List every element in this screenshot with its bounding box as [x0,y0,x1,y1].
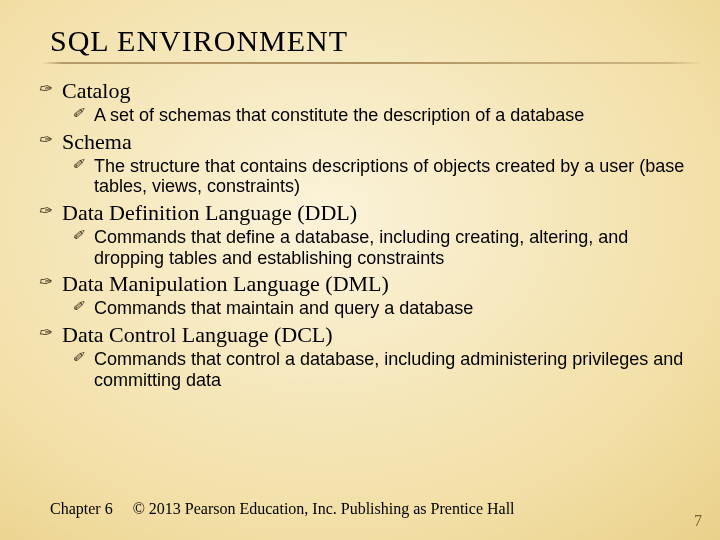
term-label: Data Manipulation Language (DML) [62,271,389,297]
term-description: Commands that define a database, includi… [94,227,690,268]
term-description: A set of schemas that constitute the des… [94,105,584,126]
list-item: ✑ Data Manipulation Language (DML) ✐ Com… [38,271,690,319]
pen-sub-bullet-icon: ✐ [72,156,94,175]
pen-bullet-icon: ✑ [38,322,62,344]
content-area: ✑ Catalog ✐ A set of schemas that consti… [0,64,720,390]
list-item: ✑ Data Control Language (DCL) ✐ Commands… [38,322,690,390]
chapter-label: Chapter 6 [50,500,113,518]
pen-bullet-icon: ✑ [38,271,62,293]
term-label: Schema [62,129,132,155]
pen-sub-bullet-icon: ✐ [72,298,94,317]
term-description: The structure that contains descriptions… [94,156,690,197]
term-label: Data Definition Language (DDL) [62,200,357,226]
term-label: Data Control Language (DCL) [62,322,333,348]
term-description: Commands that control a database, includ… [94,349,690,390]
pen-bullet-icon: ✑ [38,78,62,100]
list-item: ✑ Data Definition Language (DDL) ✐ Comma… [38,200,690,268]
term-label: Catalog [62,78,130,104]
pen-sub-bullet-icon: ✐ [72,349,94,368]
slide: SQL ENVIRONMENT ✑ Catalog ✐ A set of sch… [0,0,720,540]
pen-bullet-icon: ✑ [38,200,62,222]
page-number: 7 [694,512,702,530]
pen-sub-bullet-icon: ✐ [72,105,94,124]
slide-title: SQL ENVIRONMENT [50,24,720,58]
footer: Chapter 6 © 2013 Pearson Education, Inc.… [50,500,515,518]
list-item: ✑ Schema ✐ The structure that contains d… [38,129,690,197]
pen-sub-bullet-icon: ✐ [72,227,94,246]
copyright-text: © 2013 Pearson Education, Inc. Publishin… [133,500,515,518]
term-description: Commands that maintain and query a datab… [94,298,473,319]
pen-bullet-icon: ✑ [38,129,62,151]
list-item: ✑ Catalog ✐ A set of schemas that consti… [38,78,690,126]
